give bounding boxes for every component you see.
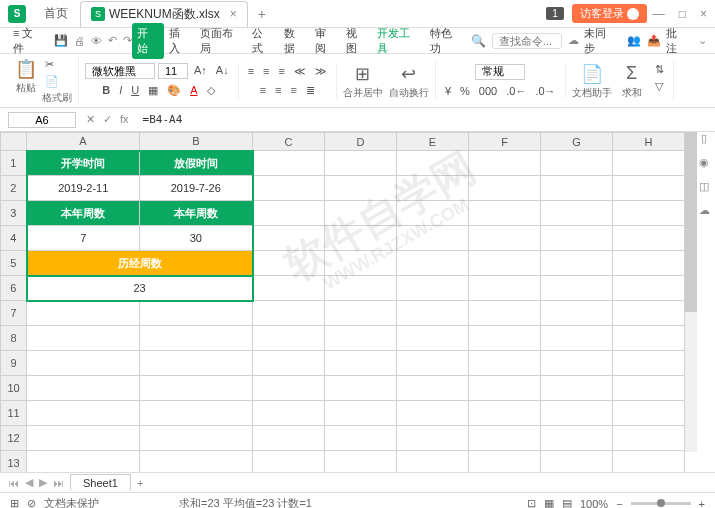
increase-font-icon[interactable]: A↑ <box>191 63 210 79</box>
view-page-icon[interactable]: ▦ <box>544 497 554 508</box>
row-header-9[interactable]: 9 <box>1 351 27 376</box>
save-icon[interactable]: 💾 <box>54 34 68 47</box>
name-box[interactable] <box>8 112 76 128</box>
select-all-corner[interactable] <box>1 133 27 151</box>
row-header-11[interactable]: 11 <box>1 401 27 426</box>
bold-icon[interactable]: B <box>99 83 113 98</box>
currency-icon[interactable]: ¥ <box>442 84 454 98</box>
sync-icon[interactable]: ☁ <box>568 34 579 47</box>
fx-icon[interactable]: fx <box>120 113 129 126</box>
tab-formula[interactable]: 公式 <box>247 23 278 59</box>
sum-icon[interactable]: Σ <box>620 62 644 86</box>
align-center-icon[interactable]: ≡ <box>272 83 284 98</box>
cell-B2[interactable]: 2019-7-26 <box>140 176 253 201</box>
sheet-nav-next-icon[interactable]: ▶ <box>39 476 47 489</box>
cell-A3[interactable]: 本年周数 <box>27 201 140 226</box>
doc-assist-icon[interactable]: 📄 <box>580 62 604 86</box>
view-reading-icon[interactable]: ▤ <box>562 497 572 508</box>
row-header-8[interactable]: 8 <box>1 326 27 351</box>
file-menu[interactable]: ≡ 文件 <box>8 23 48 59</box>
tab-data[interactable]: 数据 <box>279 23 310 59</box>
row-header-13[interactable]: 13 <box>1 451 27 473</box>
cell-A1[interactable]: 开学时间 <box>27 151 140 176</box>
indent-right-icon[interactable]: ≫ <box>312 64 330 79</box>
row-header-5[interactable]: 5 <box>1 251 27 276</box>
window-minimize-icon[interactable]: — <box>653 7 665 21</box>
redo-icon[interactable]: ↷ <box>123 34 132 47</box>
share-icon[interactable]: 📤 <box>647 34 661 47</box>
tab-close-icon[interactable]: × <box>230 7 237 21</box>
sheet-nav-last-icon[interactable]: ⏭ <box>53 477 64 489</box>
window-close-icon[interactable]: × <box>700 7 707 21</box>
sheet-add-icon[interactable]: + <box>137 477 143 489</box>
row-header-2[interactable]: 2 <box>1 176 27 201</box>
cell-C1[interactable] <box>253 151 325 176</box>
tab-special[interactable]: 特色功 <box>425 23 467 59</box>
align-middle-icon[interactable]: ≡ <box>260 64 272 79</box>
merge-center-icon[interactable]: ⊞ <box>351 62 375 86</box>
row-header-6[interactable]: 6 <box>1 276 27 301</box>
dec-inc-icon[interactable]: .0← <box>503 84 529 98</box>
window-maximize-icon[interactable]: □ <box>679 7 686 21</box>
col-header-D[interactable]: D <box>325 133 397 151</box>
col-header-E[interactable]: E <box>397 133 469 151</box>
auto-wrap-icon[interactable]: ↩ <box>397 62 421 86</box>
side-analysis-icon[interactable]: ◫ <box>697 180 711 194</box>
paste-icon[interactable]: 📋 <box>14 57 38 81</box>
border-icon[interactable]: ▦ <box>145 83 161 98</box>
cancel-formula-icon[interactable]: ✕ <box>86 113 95 126</box>
row-header-4[interactable]: 4 <box>1 226 27 251</box>
vertical-scrollbar[interactable] <box>685 132 697 452</box>
cut-icon[interactable]: ✂ <box>42 57 72 72</box>
command-search-input[interactable] <box>492 33 562 49</box>
sheet-nav-prev-icon[interactable]: ◀ <box>25 476 33 489</box>
tab-dev-tools[interactable]: 开发工具 <box>372 23 425 59</box>
comma-icon[interactable]: 000 <box>476 84 500 98</box>
underline-icon[interactable]: U <box>128 83 142 98</box>
font-color-icon[interactable]: A <box>187 83 200 98</box>
sheet-nav-first-icon[interactable]: ⏮ <box>8 477 19 489</box>
cell-B1[interactable]: 放假时间 <box>140 151 253 176</box>
print-icon[interactable]: 🖨 <box>74 35 85 47</box>
filter-icon[interactable]: ▽ <box>652 79 667 94</box>
tab-review[interactable]: 审阅 <box>310 23 341 59</box>
spreadsheet-grid[interactable]: A B C D E F G H 1 开学时间 放假时间 2 2019-2-11 … <box>0 132 685 472</box>
view-normal-icon[interactable]: ⊡ <box>527 497 536 508</box>
col-header-C[interactable]: C <box>253 133 325 151</box>
guest-login-button[interactable]: 访客登录 <box>572 4 647 23</box>
row-header-1[interactable]: 1 <box>1 151 27 176</box>
col-header-H[interactable]: H <box>613 133 685 151</box>
cell-A5B5[interactable]: 历经周数 <box>27 251 253 276</box>
side-select-icon[interactable]: ▯ <box>697 132 711 146</box>
tab-page-layout[interactable]: 页面布局 <box>195 23 248 59</box>
side-style-icon[interactable]: ◉ <box>697 156 711 170</box>
indent-left-icon[interactable]: ≪ <box>291 64 309 79</box>
cell-A6B6-selected[interactable]: 23 <box>27 276 253 301</box>
col-header-B[interactable]: B <box>140 133 253 151</box>
tab-view[interactable]: 视图 <box>341 23 372 59</box>
confirm-formula-icon[interactable]: ✓ <box>103 113 112 126</box>
italic-icon[interactable]: I <box>116 83 125 98</box>
tab-start[interactable]: 开始 <box>132 23 163 59</box>
copy-icon[interactable]: 📄 <box>42 74 72 89</box>
sheet-tab-sheet1[interactable]: Sheet1 <box>70 474 131 491</box>
col-header-A[interactable]: A <box>27 133 140 151</box>
preview-icon[interactable]: 👁 <box>91 35 102 47</box>
percent-icon[interactable]: % <box>457 84 473 98</box>
row-header-10[interactable]: 10 <box>1 376 27 401</box>
zoom-value[interactable]: 100% <box>580 498 608 509</box>
align-left-icon[interactable]: ≡ <box>257 83 269 98</box>
col-header-F[interactable]: F <box>469 133 541 151</box>
align-bottom-icon[interactable]: ≡ <box>276 64 288 79</box>
tab-add-icon[interactable]: + <box>258 6 266 22</box>
formula-input[interactable]: =B4-A4 <box>139 111 707 128</box>
row-header-3[interactable]: 3 <box>1 201 27 226</box>
align-right-icon[interactable]: ≡ <box>288 83 300 98</box>
cell-B3[interactable]: 本年周数 <box>140 201 253 226</box>
zoom-out-icon[interactable]: − <box>616 498 622 509</box>
decrease-font-icon[interactable]: A↓ <box>213 63 232 79</box>
sort-icon[interactable]: ⇅ <box>652 62 667 77</box>
collab-icon[interactable]: 👥 <box>627 34 641 47</box>
font-name-combo[interactable] <box>85 63 155 79</box>
side-backup-icon[interactable]: ☁ <box>697 204 711 218</box>
